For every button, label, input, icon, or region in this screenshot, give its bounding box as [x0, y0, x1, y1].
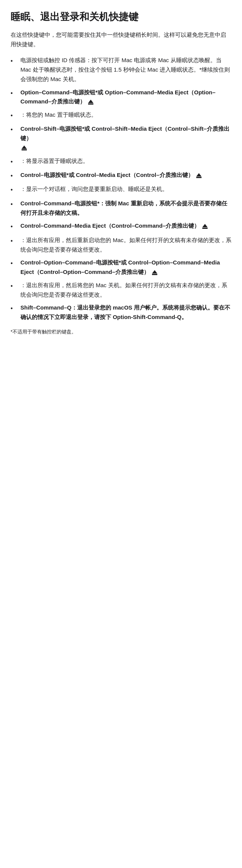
list-item: • Control–Command–电源按钮*：强制 Mac 重新启动，系统不会… [11, 199, 231, 218]
item-content: ：显示一个对话框，询问您是要重新启动、睡眠还是关机。 [20, 185, 231, 194]
shortcut-label: Control–Shift–电源按钮*或 Control–Shift–Media… [20, 125, 230, 141]
bullet-icon: • [11, 171, 18, 181]
list-item: • Option–Command–电源按钮*或 Option–Command–M… [11, 88, 231, 107]
bullet-icon: • [11, 111, 18, 120]
list-item: • Shift–Command–Q：退出登录您的 macOS 用户帐户。系统将提… [11, 303, 231, 322]
list-item: • Control–电源按钮*或 Control–Media Eject（Con… [11, 170, 231, 181]
item-content: 电源按钮或触控 ID 传感器：按下可打开 Mac 电源或将 Mac 从睡眠状态唤… [20, 56, 231, 84]
footnote-text: *不适用于带有触控栏的键盘。 [11, 328, 231, 336]
list-item: • 电源按钮或触控 ID 传感器：按下可打开 Mac 电源或将 Mac 从睡眠状… [11, 56, 231, 84]
eject-icon [88, 100, 93, 105]
bullet-icon: • [11, 157, 18, 167]
item-content: Control–Shift–电源按钮*或 Control–Shift–Media… [20, 124, 231, 152]
eject-icon [22, 145, 27, 150]
list-item: • ：退出所有应用，然后将您的 Mac 关机。如果任何打开的文稿有未存储的更改，… [11, 281, 231, 300]
item-content: Shift–Command–Q：退出登录您的 macOS 用户帐户。系统将提示您… [20, 303, 231, 322]
bullet-icon: • [11, 222, 18, 231]
shortcut-label: Control–Command–Media Eject（Control–Comm… [20, 222, 200, 229]
list-item: • ：将您的 Mac 置于睡眠状态。 [11, 110, 231, 120]
intro-text: 在这些快捷键中，您可能需要按住其中一些快捷键稍长时间。这样可以避免您无意中启用快… [11, 30, 231, 49]
shortcut-label: Option–Command–电源按钮*或 Option–Command–Med… [20, 89, 216, 105]
item-content: ：退出所有应用，然后重新启动您的 Mac。如果任何打开的文稿有未存储的更改，系统… [20, 236, 231, 255]
bullet-icon: • [11, 88, 18, 98]
item-content: Control–电源按钮*或 Control–Media Eject（Contr… [20, 170, 231, 180]
eject-icon [196, 173, 202, 178]
list-item: • ：退出所有应用，然后重新启动您的 Mac。如果任何打开的文稿有未存储的更改，… [11, 236, 231, 255]
item-content: Control–Command–Media Eject（Control–Comm… [20, 221, 231, 231]
item-content: Option–Command–电源按钮*或 Option–Command–Med… [20, 88, 231, 107]
shortcut-label: Control–Option–Command–电源按钮*或 Control–Op… [20, 259, 220, 275]
item-content: ：将您的 Mac 置于睡眠状态。 [20, 110, 231, 120]
bullet-icon: • [11, 125, 18, 135]
list-item: • Control–Shift–电源按钮*或 Control–Shift–Med… [11, 124, 231, 152]
eject-icon [152, 270, 157, 275]
item-content: ：将显示器置于睡眠状态。 [20, 156, 231, 166]
list-item: • ：将显示器置于睡眠状态。 [11, 156, 231, 167]
list-item: • ：显示一个对话框，询问您是要重新启动、睡眠还是关机。 [11, 185, 231, 195]
shortcut-label: Control–电源按钮*或 Control–Media Eject（Contr… [20, 172, 194, 178]
eject-icon [202, 224, 208, 229]
item-content: Control–Option–Command–电源按钮*或 Control–Op… [20, 258, 231, 277]
list-item: • Control–Option–Command–电源按钮*或 Control–… [11, 258, 231, 277]
bullet-icon: • [11, 258, 18, 268]
bullet-icon: • [11, 185, 18, 195]
bullet-icon: • [11, 236, 18, 246]
shortcut-label: Control–Command–电源按钮*：强制 Mac 重新启动，系统不会提示… [20, 200, 227, 216]
shortcut-label: Shift–Command–Q：退出登录您的 macOS 用户帐户。系统将提示您… [20, 304, 230, 320]
bullet-icon: • [11, 56, 18, 66]
bullet-icon: • [11, 281, 18, 291]
shortcuts-list: • 电源按钮或触控 ID 传感器：按下可打开 Mac 电源或将 Mac 从睡眠状… [11, 56, 231, 322]
item-content: Control–Command–电源按钮*：强制 Mac 重新启动，系统不会提示… [20, 199, 231, 218]
page-title: 睡眠、退出登录和关机快捷键 [11, 11, 231, 23]
bullet-icon: • [11, 303, 18, 313]
list-item: • Control–Command–Media Eject（Control–Co… [11, 221, 231, 231]
bullet-icon: • [11, 199, 18, 209]
item-content: ：退出所有应用，然后将您的 Mac 关机。如果任何打开的文稿有未存储的更改，系统… [20, 281, 231, 300]
